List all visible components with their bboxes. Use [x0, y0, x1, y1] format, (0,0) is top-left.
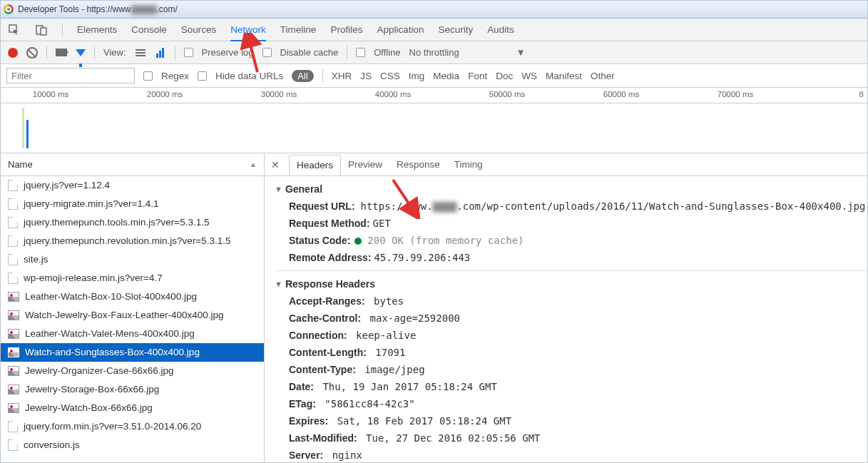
filter-type-all[interactable]: All: [292, 70, 313, 82]
tab-network[interactable]: Network: [230, 19, 266, 41]
filter-toggle-icon[interactable]: [76, 49, 86, 56]
ruler-tick: 70000 ms: [718, 90, 754, 98]
request-row[interactable]: jquery.js?ver=1.12.4: [1, 176, 264, 195]
filter-type-ws[interactable]: WS: [521, 71, 537, 81]
request-row[interactable]: jquery-migrate.min.js?ver=1.4.1: [1, 195, 264, 213]
request-name: jquery.themepunch.tools.min.js?ver=5.3.1…: [24, 217, 210, 228]
window-titlebar: Developer Tools - https://www▇▇▇▇.com/: [1, 1, 867, 19]
request-name: Jewelry-Organizer-Case-66x66.jpg: [25, 365, 174, 376]
disable-cache-checkbox[interactable]: [262, 48, 272, 57]
request-row[interactable]: Jewelry-Watch-Box-66x66.jpg: [1, 399, 264, 417]
filter-type-font[interactable]: Font: [468, 71, 487, 81]
inspect-icon[interactable]: [8, 24, 21, 36]
request-name: jquery.form.min.js?ver=3.51.0-2014.06.20: [24, 421, 201, 432]
disable-cache-label: Disable cache: [280, 47, 339, 58]
close-details-button[interactable]: ✕: [269, 158, 282, 171]
script-file-icon: [8, 198, 18, 210]
request-row[interactable]: Watch-and-Sunglasses-Box-400x400.jpg: [1, 343, 264, 362]
hide-data-urls-checkbox[interactable]: [198, 71, 207, 81]
request-row[interactable]: conversion.js: [1, 436, 264, 454]
response-header-key: Last-Modified:: [289, 432, 357, 444]
filter-type-img[interactable]: Img: [409, 71, 425, 81]
device-toggle-icon[interactable]: [35, 24, 48, 36]
ruler-tick: 20000 ms: [147, 90, 183, 98]
hide-data-urls-label: Hide data URLs: [215, 71, 283, 81]
filter-type-manifest[interactable]: Manifest: [546, 71, 582, 81]
filter-type-js[interactable]: JS: [360, 71, 372, 81]
request-row[interactable]: Watch-Jewelry-Box-Faux-Leather-400x400.j…: [1, 306, 264, 325]
request-row[interactable]: Jewelry-Organizer-Case-66x66.jpg: [1, 362, 264, 380]
request-row[interactable]: Leather-Watch-Box-10-Slot-400x400.jpg: [1, 288, 264, 306]
request-row[interactable]: Jewelry-Storage-Box-66x66.jpg: [1, 380, 264, 399]
filter-type-media[interactable]: Media: [433, 71, 459, 81]
tab-audits[interactable]: Audits: [487, 19, 514, 41]
filter-type-css[interactable]: CSS: [380, 71, 400, 81]
throttling-dropdown[interactable]: No throttling▼: [409, 47, 526, 58]
request-name: wp-emoji-release.min.js?ver=4.7: [24, 273, 163, 283]
request-name: Watch-Jewelry-Box-Faux-Leather-400x400.j…: [25, 310, 224, 320]
tab-console[interactable]: Console: [131, 19, 167, 41]
filter-type-doc[interactable]: Doc: [496, 71, 513, 81]
name-column-header[interactable]: Name▲: [1, 153, 264, 176]
tab-timeline[interactable]: Timeline: [280, 19, 317, 41]
regex-checkbox[interactable]: [143, 71, 153, 81]
filter-type-xhr[interactable]: XHR: [332, 71, 352, 81]
response-header-value: "5861cc84-42c3": [319, 398, 415, 409]
request-row[interactable]: site.js: [1, 250, 264, 269]
general-section-toggle[interactable]: ▼General: [275, 180, 867, 198]
status-code-value: 200 OK (from memory cache): [367, 235, 524, 246]
clear-button[interactable]: [26, 47, 38, 58]
request-method-key: Request Method:: [289, 218, 370, 229]
request-name: jquery-migrate.min.js?ver=1.4.1: [24, 198, 158, 209]
tab-profiles[interactable]: Profiles: [330, 19, 362, 41]
tab-elements[interactable]: Elements: [77, 19, 117, 41]
status-dot-icon: [354, 238, 362, 245]
subtab-response[interactable]: Response: [389, 155, 447, 175]
svg-rect-2: [41, 28, 46, 35]
image-file-icon: [8, 329, 19, 339]
ruler-tick: 50000 ms: [489, 90, 526, 98]
response-header-value: Tue, 27 Dec 2016 02:05:56 GMT: [360, 432, 541, 444]
image-file-icon: [8, 403, 19, 413]
request-subtabs: ✕ HeadersPreviewResponseTiming: [265, 153, 867, 176]
response-header-value: 17091: [369, 347, 406, 358]
subtab-preview[interactable]: Preview: [341, 155, 389, 175]
timeline-ruler[interactable]: 8 10000 ms20000 ms30000 ms40000 ms50000 …: [1, 88, 867, 103]
request-row[interactable]: jquery.themepunch.revolution.min.js?ver=…: [1, 232, 264, 250]
screenshot-icon[interactable]: [56, 49, 67, 56]
large-rows-icon[interactable]: [135, 48, 146, 58]
window-title: Developer Tools - https://www▇▇▇▇.com/: [18, 4, 178, 14]
ruler-edge: 8: [859, 90, 863, 98]
response-header-key: Server:: [289, 449, 323, 461]
request-row[interactable]: Leather-Watch-Valet-Mens-400x400.jpg: [1, 325, 264, 343]
script-file-icon: [8, 439, 18, 451]
response-header-key: ETag:: [289, 398, 316, 409]
offline-checkbox[interactable]: [356, 48, 365, 57]
script-file-icon: [8, 235, 18, 247]
response-header-value: nginx: [326, 449, 362, 461]
request-row[interactable]: wp-emoji-release.min.js?ver=4.7: [1, 269, 264, 288]
tab-sources[interactable]: Sources: [181, 19, 217, 41]
request-row[interactable]: jquery.form.min.js?ver=3.51.0-2014.06.20: [1, 417, 264, 436]
subtab-headers[interactable]: Headers: [289, 155, 341, 175]
regex-label: Regex: [161, 71, 189, 81]
request-name: Leather-Watch-Valet-Mens-400x400.jpg: [25, 328, 195, 339]
record-button[interactable]: [8, 48, 18, 58]
filter-input[interactable]: [6, 68, 135, 83]
waterfall-icon[interactable]: [155, 48, 166, 58]
network-toolbar: View: Preserve log Disable cache Offline…: [1, 41, 867, 64]
preserve-log-checkbox[interactable]: [184, 48, 193, 57]
response-header-key: Connection:: [289, 330, 347, 341]
subtab-timing[interactable]: Timing: [447, 155, 490, 175]
tab-application[interactable]: Application: [377, 19, 424, 41]
remote-address-key: Remote Address:: [289, 252, 371, 263]
request-row[interactable]: jquery.themepunch.tools.min.js?ver=5.3.1…: [1, 213, 264, 232]
timeline-overview[interactable]: [1, 103, 867, 153]
request-name: Jewelry-Watch-Box-66x66.jpg: [25, 402, 153, 413]
tab-security[interactable]: Security: [438, 19, 473, 41]
image-file-icon: [8, 292, 19, 302]
response-headers-toggle[interactable]: ▼Response Headers: [275, 275, 867, 292]
request-name: jquery.js?ver=1.12.4: [24, 180, 110, 190]
filter-type-other[interactable]: Other: [591, 71, 615, 81]
image-file-icon: [8, 310, 19, 320]
